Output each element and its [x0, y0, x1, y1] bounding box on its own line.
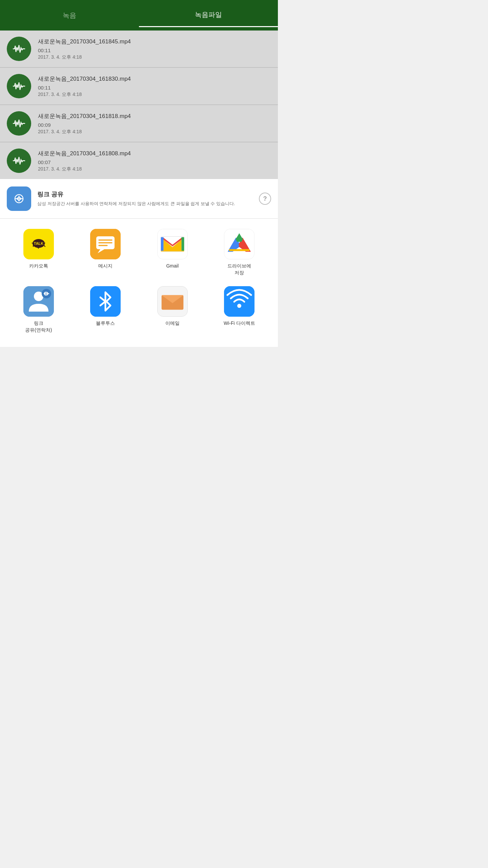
- share-description: 삼성 저장공간 서버를 사용하여 연락처에 저장되지 않은 사람에게도 큰 파일…: [37, 200, 259, 207]
- email-label: 이메일: [165, 320, 180, 327]
- recording-list: 새로운녹음_20170304_161845.mp4 00:11 2017. 3.…: [0, 31, 278, 179]
- svg-point-46: [237, 304, 241, 308]
- tab-files[interactable]: 녹음파일: [139, 3, 278, 27]
- bluetooth-icon: [90, 286, 121, 317]
- svg-rect-35: [229, 249, 250, 251]
- share-title: 링크 공유: [37, 190, 259, 198]
- recording-item[interactable]: 새로운녹음_20170304_161808.mp4 00:07 2017. 3.…: [0, 142, 278, 179]
- svg-point-2: [18, 196, 20, 197]
- waveform-icon-1: [7, 37, 31, 61]
- linkshare-contacts-icon: [23, 286, 54, 317]
- kakao-icon: TALK TALK: [23, 229, 54, 259]
- wifi-direct-icon: [224, 286, 255, 317]
- email-icon: [157, 286, 188, 317]
- recording-info-2: 새로운녹음_20170304_161830.mp4 00:11 2017. 3.…: [38, 75, 271, 98]
- app-message[interactable]: 메시지: [74, 229, 138, 276]
- app-email[interactable]: 이메일: [141, 286, 204, 333]
- share-section: 링크 공유 삼성 저장공간 서버를 사용하여 연락처에 저장되지 않은 사람에게…: [0, 179, 278, 219]
- recording-date-3: 2017. 3. 4. 오후 4:18: [38, 129, 271, 135]
- recording-info-3: 새로운녹음_20170304_161818.mp4 00:09 2017. 3.…: [38, 112, 271, 135]
- recording-filename-1: 새로운녹음_20170304_161845.mp4: [38, 38, 271, 45]
- app-grid: TALK TALK 카카오톡: [7, 229, 271, 333]
- share-text-block: 링크 공유 삼성 저장공간 서버를 사용하여 연락처에 저장되지 않은 사람에게…: [37, 190, 259, 207]
- svg-text:TALK: TALK: [34, 241, 43, 245]
- app-grid-section: TALK TALK 카카오톡: [0, 219, 278, 347]
- linkshare-contacts-label: 링크공유(연락처): [25, 320, 52, 333]
- app-gmail[interactable]: Gmail: [141, 229, 204, 276]
- svg-rect-22: [161, 237, 164, 251]
- recording-item[interactable]: 새로운녹음_20170304_161818.mp4 00:09 2017. 3.…: [0, 105, 278, 142]
- recording-item[interactable]: 새로운녹음_20170304_161830.mp4 00:11 2017. 3.…: [0, 68, 278, 105]
- recording-date-4: 2017. 3. 4. 오후 4:18: [38, 166, 271, 172]
- recording-duration-1: 00:11: [38, 47, 271, 53]
- gmail-icon: [157, 229, 188, 259]
- kakao-label: 카카오톡: [29, 263, 48, 270]
- help-button[interactable]: ?: [259, 193, 271, 205]
- app-drive[interactable]: 드라이브에저장: [208, 229, 271, 276]
- recording-info-4: 새로운녹음_20170304_161808.mp4 00:07 2017. 3.…: [38, 150, 271, 172]
- recording-item[interactable]: 새로운녹음_20170304_161845.mp4 00:11 2017. 3.…: [0, 31, 278, 68]
- waveform-icon-4: [7, 149, 31, 173]
- waveform-icon-2: [7, 74, 31, 98]
- svg-point-3: [18, 200, 20, 201]
- gmail-label: Gmail: [166, 263, 179, 270]
- recording-date-1: 2017. 3. 4. 오후 4:18: [38, 54, 271, 60]
- bluetooth-label: 블루투스: [96, 320, 115, 327]
- recording-filename-4: 새로운녹음_20170304_161808.mp4: [38, 150, 271, 157]
- wifi-direct-label: Wi-Fi 다이렉트: [224, 320, 255, 327]
- app-kakao[interactable]: TALK TALK 카카오톡: [7, 229, 70, 276]
- recording-filename-2: 새로운녹음_20170304_161830.mp4: [38, 75, 271, 83]
- recording-filename-3: 새로운녹음_20170304_161818.mp4: [38, 112, 271, 120]
- svg-rect-23: [181, 237, 184, 251]
- drive-label: 드라이브에저장: [227, 263, 251, 276]
- recording-duration-2: 00:11: [38, 85, 271, 91]
- drive-icon: [224, 229, 255, 259]
- recording-date-2: 2017. 3. 4. 오후 4:18: [38, 92, 271, 98]
- header: 녹음 녹음파일: [0, 0, 278, 31]
- recording-duration-3: 00:09: [38, 122, 271, 128]
- app-linkshare-contacts[interactable]: 링크공유(연락처): [7, 286, 70, 333]
- app-bluetooth[interactable]: 블루투스: [74, 286, 138, 333]
- waveform-icon-3: [7, 111, 31, 136]
- message-label: 메시지: [98, 263, 113, 270]
- recording-info-1: 새로운녹음_20170304_161845.mp4 00:11 2017. 3.…: [38, 38, 271, 60]
- message-icon: [90, 229, 121, 259]
- recording-duration-4: 00:07: [38, 159, 271, 165]
- app-wifi-direct[interactable]: Wi-Fi 다이렉트: [208, 286, 271, 333]
- tab-record[interactable]: 녹음: [0, 4, 139, 27]
- link-share-icon: [7, 186, 31, 211]
